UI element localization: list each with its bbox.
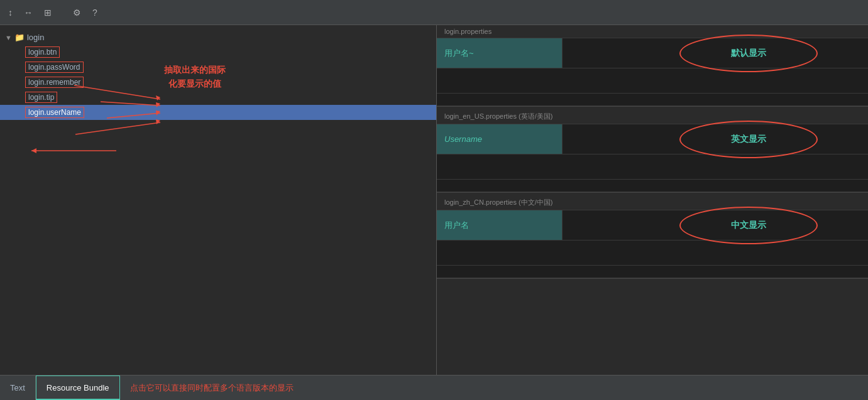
bottom-hint: 点击它可以直接同时配置多个语言版本的显示 <box>120 376 304 400</box>
svg-marker-7 <box>156 119 160 124</box>
empty-row-3 <box>437 241 868 266</box>
tree-root-label: login <box>27 33 44 42</box>
section-login-properties: login.properties 用户名~ 默认显示 <box>437 25 868 107</box>
left-panel: ▼ 📁 login login.btn login.passWord login… <box>0 25 437 375</box>
toolbar-menu-btn[interactable]: ⊞ <box>41 6 55 19</box>
toolbar-sort-btn[interactable]: ↕ <box>5 6 16 19</box>
toolbar-settings-btn[interactable]: ⚙ <box>70 6 84 19</box>
toolbar-layout-btn[interactable]: ↔ <box>21 6 36 19</box>
collapse-icon: ▼ <box>5 34 12 41</box>
annotation-oval-1: 默认显示 <box>679 35 818 72</box>
toolbar: ↕ ↔ ⊞ ⚙ ? <box>0 0 868 25</box>
empty-row-1b <box>437 94 868 106</box>
section-login-zh: login_zh_CN.properties (中文/中国) 用户名 中文显示 <box>437 195 868 279</box>
tree-item-login-tip[interactable]: login.tip <box>0 90 436 105</box>
right-panel: login.properties 用户名~ 默认显示 login <box>437 25 868 375</box>
section-header-3: login_zh_CN.properties (中文/中国) <box>437 195 868 210</box>
empty-row-2 <box>437 154 868 180</box>
annotation-text: 抽取出来的国际 化要显示的值 <box>126 63 264 91</box>
empty-row-3b <box>437 266 868 278</box>
section-header-2: login_en_US.properties (英语/美国) <box>437 109 868 124</box>
prop-key-1: 用户名~ <box>437 38 563 68</box>
property-row-1: 用户名~ 默认显示 <box>437 38 868 68</box>
oval-text-2: 英文显示 <box>731 134 766 145</box>
toolbar-help-btn[interactable]: ? <box>89 6 101 19</box>
prop-value-area-2[interactable]: 英文显示 <box>563 124 868 154</box>
property-row-2: Username 英文显示 <box>437 124 868 154</box>
oval-text-1: 默认显示 <box>731 48 766 59</box>
tree-item-label: login.tip <box>25 92 57 103</box>
prop-value-area-1[interactable]: 默认显示 <box>563 38 868 68</box>
tree-item-login-btn[interactable]: login.btn <box>0 45 436 60</box>
tree-item-label: login.btn <box>25 46 60 58</box>
section-header-1: login.properties <box>437 25 868 38</box>
property-row-3: 用户名 中文显示 <box>437 210 868 241</box>
tree-item-label: login.passWord <box>25 62 84 73</box>
empty-row-1 <box>437 68 868 94</box>
tree-item-label: login.userName <box>25 107 84 118</box>
main-area: ▼ 📁 login login.btn login.passWord login… <box>0 25 868 375</box>
annotation-oval-3: 中文显示 <box>679 207 818 244</box>
annotation-callout: 抽取出来的国际 化要显示的值 <box>126 63 264 91</box>
section-login-en: login_en_US.properties (英语/美国) Username … <box>437 109 868 193</box>
oval-text-3: 中文显示 <box>731 220 766 231</box>
svg-line-3 <box>75 122 160 134</box>
bottom-bar: Text Resource Bundle 点击它可以直接同时配置多个语言版本的显… <box>0 375 868 400</box>
prop-value-area-3[interactable]: 中文显示 <box>563 210 868 240</box>
tab-text[interactable]: Text <box>0 376 36 400</box>
annotation-oval-2: 英文显示 <box>679 121 818 158</box>
tree-item-login-username[interactable]: login.userName <box>0 105 436 120</box>
prop-key-2: Username <box>437 124 563 154</box>
empty-row-2b <box>437 180 868 192</box>
tree-area: ▼ 📁 login login.btn login.passWord login… <box>0 25 436 375</box>
folder-icon: 📁 <box>14 33 25 42</box>
tree-root[interactable]: ▼ 📁 login <box>0 30 436 45</box>
tab-resource-bundle[interactable]: Resource Bundle <box>36 376 120 400</box>
tree-item-label: login.remember <box>25 77 84 88</box>
prop-key-3: 用户名 <box>437 210 563 240</box>
svg-marker-9 <box>31 148 36 153</box>
